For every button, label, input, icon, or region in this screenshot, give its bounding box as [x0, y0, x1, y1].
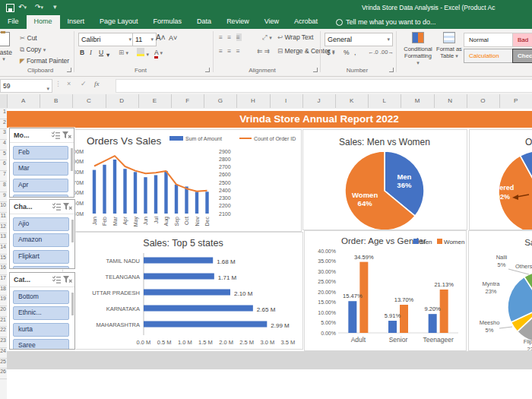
- multi-select-icon[interactable]: [52, 273, 61, 287]
- horizontal-align-icons[interactable]: ≡ ≡ ≡: [219, 47, 242, 55]
- column-header-E[interactable]: E: [138, 94, 172, 108]
- slicer-item-feb[interactable]: Feb: [13, 146, 68, 160]
- enter-button[interactable]: ✓: [81, 80, 87, 87]
- tell-me-box[interactable]: Tell me what you want to do...: [325, 15, 436, 29]
- tab-view[interactable]: View: [257, 15, 287, 29]
- tab-home[interactable]: Home: [27, 15, 60, 29]
- tab-file[interactable]: File: [0, 15, 27, 29]
- cancel-button[interactable]: ×: [67, 80, 71, 87]
- multi-select-icon[interactable]: [52, 128, 60, 142]
- row-header-16[interactable]: 16: [0, 264, 7, 275]
- redo-icon[interactable]: ↷▾: [35, 3, 43, 11]
- vertical-align-icons[interactable]: ≡ ≡ ≡: [219, 33, 242, 41]
- slicer-item-apr[interactable]: Apr: [13, 179, 68, 192]
- row-header-24[interactable]: 24: [0, 348, 7, 359]
- style-calculation[interactable]: Calculation: [464, 49, 515, 63]
- column-header-H[interactable]: H: [236, 94, 270, 108]
- chart-sales-channels[interactable]: Sales: ChannelsFlipkart22%Meesho5%Myntra…: [468, 230, 532, 351]
- column-header-P[interactable]: P: [499, 94, 532, 108]
- conditional-formatting-button[interactable]: Conditional Formatting ▾: [403, 32, 433, 66]
- row-header-12[interactable]: 12: [0, 223, 7, 234]
- column-header-I[interactable]: I: [270, 94, 303, 108]
- row-header-6[interactable]: 6: [0, 160, 7, 171]
- increase-decimal-button[interactable]: ←.0: [368, 49, 378, 55]
- row-header-3[interactable]: 3: [0, 129, 7, 140]
- row-header-4[interactable]: 4: [0, 140, 7, 150]
- slicer-item-ethnic[interactable]: Ethnic...: [13, 306, 69, 320]
- bold-button[interactable]: B: [80, 49, 84, 56]
- row-header-7[interactable]: 7: [0, 171, 7, 182]
- slicer-item-bottom[interactable]: Bottom: [13, 290, 69, 304]
- slicer-item-meesho[interactable]: Meesho: [13, 266, 69, 269]
- format-painter-button[interactable]: ◤ Format Painter: [20, 57, 69, 65]
- save-icon[interactable]: [6, 4, 14, 12]
- row-header-14[interactable]: 14: [0, 244, 7, 255]
- tab-formulas[interactable]: Formulas: [146, 15, 190, 29]
- font-size-select[interactable]: 11▾: [132, 33, 157, 46]
- orientation-button[interactable]: ⤢ ▾: [262, 33, 272, 42]
- column-header-A[interactable]: A: [7, 94, 40, 108]
- row-header-19[interactable]: 19: [0, 296, 7, 306]
- chart-top-5-states[interactable]: Sales: Top 5 statesTAMIL NADU1.68 MTELAN…: [62, 232, 303, 350]
- insert-function-button[interactable]: fx: [94, 80, 100, 87]
- formula-input[interactable]: [116, 79, 532, 93]
- cut-button[interactable]: ✂ Cut: [20, 34, 37, 42]
- italic-button[interactable]: I: [90, 49, 92, 56]
- row-header-25[interactable]: 25: [0, 359, 7, 369]
- row-header-8[interactable]: 8: [0, 182, 7, 192]
- indent-icons[interactable]: ⇇ ⇉: [257, 47, 270, 55]
- row-header-1[interactable]: 1: [0, 109, 7, 119]
- row-header-10[interactable]: 10: [0, 202, 7, 213]
- copy-button[interactable]: ⧉ Copy ▾: [20, 46, 46, 54]
- row-header-22[interactable]: 22: [0, 327, 7, 337]
- clear-filter-icon[interactable]: [62, 128, 71, 142]
- row-header-11[interactable]: 11: [0, 213, 7, 223]
- undo-icon[interactable]: ↶▾: [18, 3, 27, 11]
- slicer-months[interactable]: Mo...FebMarAprMay: [9, 128, 74, 198]
- font-dialog-launcher[interactable]: [205, 68, 210, 72]
- slicer-item-mar[interactable]: Mar: [13, 162, 68, 176]
- alignment-dialog-launcher[interactable]: [313, 68, 318, 72]
- clipboard-dialog-launcher[interactable]: [67, 68, 71, 72]
- chart-age-vs-gender[interactable]: Order: Age vs GenderMenWomen0.00%5.00%10…: [304, 230, 467, 351]
- row-header-15[interactable]: 15: [0, 255, 7, 265]
- percent-button[interactable]: %: [344, 49, 350, 56]
- row-header-18[interactable]: 18: [0, 286, 7, 296]
- shrink-font-button[interactable]: A˅: [169, 34, 177, 42]
- row-header-9[interactable]: 9: [0, 192, 7, 203]
- chart-sales-men-vs-women[interactable]: Sales: Men vs WomenMen36%Women64%: [302, 129, 467, 230]
- slicer-item-amazon[interactable]: Amazon: [13, 233, 69, 247]
- tab-data[interactable]: Data: [189, 15, 219, 29]
- row-header-21[interactable]: 21: [0, 317, 7, 328]
- column-header-N[interactable]: N: [434, 94, 467, 108]
- column-header-F[interactable]: F: [171, 94, 204, 108]
- slicer-item-kurta[interactable]: kurta: [13, 323, 69, 337]
- column-header-G[interactable]: G: [204, 94, 237, 108]
- slicer-item-flipkart[interactable]: Flipkart: [13, 250, 69, 264]
- font-color-button[interactable]: A ▾: [154, 49, 163, 56]
- name-box[interactable]: 59▾: [0, 79, 52, 93]
- style-normal[interactable]: Normal: [464, 33, 515, 47]
- underline-button[interactable]: U: [99, 49, 103, 56]
- grow-font-button[interactable]: A˄: [156, 33, 166, 42]
- comma-button[interactable]: ,: [354, 49, 356, 56]
- column-header-K[interactable]: K: [335, 94, 369, 108]
- row-header-5[interactable]: 5: [0, 150, 7, 161]
- slicer-category[interactable]: Cat...BottomEthnic...kurtaSaree: [9, 272, 75, 350]
- slicer-scrollbar[interactable]: [71, 293, 74, 315]
- fill-color-button[interactable]: ▾: [137, 48, 149, 58]
- row-header-13[interactable]: 13: [0, 233, 7, 244]
- tab-page-layout[interactable]: Page Layout: [92, 15, 146, 29]
- column-header-B[interactable]: B: [40, 94, 73, 108]
- font-family-select[interactable]: Calibri▾: [78, 33, 135, 46]
- row-header-26[interactable]: 26: [0, 369, 7, 379]
- borders-button[interactable]: ⊞ ▾: [119, 49, 128, 56]
- paste-button[interactable]: Paste ▾: [0, 32, 17, 71]
- currency-button[interactable]: $ ▾: [327, 49, 335, 56]
- decrease-decimal-button[interactable]: .00→: [380, 49, 394, 55]
- slicer-scrollbar[interactable]: [71, 220, 74, 242]
- style-bad[interactable]: Bad: [512, 33, 532, 47]
- underline-dropdown[interactable]: ▾: [106, 51, 109, 59]
- wrap-text-button[interactable]: ↩ Wrap Text: [277, 33, 313, 41]
- style-check-cell[interactable]: Check Cell: [512, 49, 532, 63]
